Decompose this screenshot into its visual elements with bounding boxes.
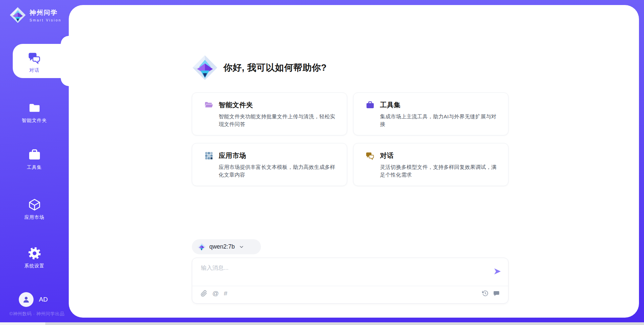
- card-chat[interactable]: 对话 灵活切换多模型文件，支持多样回复效果调试，满足个性化需求: [353, 143, 508, 186]
- card-title: 对话: [380, 151, 394, 160]
- card-title: 应用市场: [219, 151, 246, 160]
- composer-divider: [192, 286, 508, 286]
- greeting-diamond-icon: [192, 55, 218, 81]
- person-icon: [22, 296, 30, 304]
- sidebar: 神州问学 Smart Vision 对话 智能文件夹 工具集 应用市场 系统设置…: [0, 0, 69, 325]
- history-icon[interactable]: [482, 290, 489, 297]
- sidebar-item-label: 系统设置: [24, 263, 45, 269]
- card-description: 集成市场上主流工具，助力AI与外界无缝扩展与对接: [380, 113, 499, 128]
- greeting: 你好, 我可以如何帮助你?: [192, 55, 327, 81]
- folder-open-icon: [204, 101, 213, 110]
- horizontal-scrollbar: [0, 322, 644, 325]
- scrollbar-thumb[interactable]: [45, 322, 644, 325]
- card-title: 工具集: [380, 101, 401, 110]
- model-name: qwen2:7b: [209, 243, 235, 250]
- composer-left-tools: @ #: [201, 290, 227, 297]
- chat-bubble-icon[interactable]: [493, 290, 500, 297]
- card-description: 智能文件夹功能支持批量文件上传与清洗，轻松实现文件问答: [219, 113, 338, 128]
- message-input[interactable]: [201, 264, 483, 283]
- model-diamond-icon: [197, 243, 206, 251]
- active-tab-fillet-bottom: [61, 78, 69, 86]
- feature-cards: 智能文件夹 智能文件夹功能支持批量文件上传与清洗，轻松实现文件问答 工具集 集成…: [192, 92, 508, 186]
- sidebar-item-label: 工具集: [27, 165, 42, 171]
- brand-name: 神州问学: [30, 8, 61, 17]
- sidebar-item-toolset[interactable]: 工具集: [0, 148, 69, 171]
- composer-right-tools: [482, 290, 500, 297]
- gear-icon: [28, 247, 41, 260]
- user-name: AD: [39, 296, 48, 303]
- sidebar-item-app-market[interactable]: 应用市场: [0, 198, 69, 220]
- card-smart-folder[interactable]: 智能文件夹 智能文件夹功能支持批量文件上传与清洗，轻松实现文件问答: [192, 92, 347, 135]
- toolbox-icon: [366, 101, 375, 110]
- cube-icon: [28, 198, 41, 211]
- sidebar-item-label: 应用市场: [24, 214, 45, 220]
- card-description: 灵活切换多模型文件，支持多样回复效果调试，满足个性化需求: [380, 163, 499, 179]
- brand-diamond-icon: [9, 7, 26, 23]
- chevron-down-icon: [239, 244, 244, 250]
- send-icon[interactable]: [493, 267, 501, 275]
- folder-icon: [28, 101, 41, 115]
- chat-icon: [366, 151, 375, 160]
- sidebar-item-label: 智能文件夹: [22, 118, 47, 124]
- card-title: 智能文件夹: [219, 101, 253, 110]
- sidebar-item-smart-folder[interactable]: 智能文件夹: [0, 101, 69, 124]
- at-icon[interactable]: @: [212, 290, 219, 297]
- avatar: [19, 292, 34, 307]
- sidebar-item-settings[interactable]: 系统设置: [0, 247, 69, 269]
- user-profile[interactable]: AD: [19, 292, 48, 307]
- toolbox-icon: [28, 148, 41, 161]
- chat-icon: [28, 51, 41, 64]
- card-toolset[interactable]: 工具集 集成市场上主流工具，助力AI与外界无缝扩展与对接: [353, 92, 508, 135]
- card-app-market[interactable]: 应用市场 应用市场提供丰富长文本模板，助力高效生成多样化文章内容: [192, 143, 347, 186]
- sidebar-item-chat[interactable]: 对话: [0, 51, 69, 73]
- message-composer: @ #: [192, 258, 508, 304]
- hash-icon[interactable]: #: [224, 290, 227, 297]
- sidebar-item-label: 对话: [30, 67, 40, 73]
- card-description: 应用市场提供丰富长文本模板，助力高效生成多样化文章内容: [219, 163, 338, 179]
- brand-subtitle: Smart Vision: [30, 18, 61, 22]
- paperclip-icon[interactable]: [201, 290, 207, 297]
- model-selector[interactable]: qwen2:7b: [192, 239, 261, 254]
- copyright-text: ©神州数码 · 神州问学出品: [9, 311, 64, 317]
- app-grid-icon: [204, 151, 213, 160]
- brand-logo: 神州问学 Smart Vision: [9, 7, 61, 23]
- greeting-title: 你好, 我可以如何帮助你?: [223, 62, 327, 74]
- active-tab-fillet-top: [61, 36, 69, 44]
- main-panel: 你好, 我可以如何帮助你? 智能文件夹 智能文件夹功能支持批量文件上传与清洗，轻…: [69, 5, 639, 318]
